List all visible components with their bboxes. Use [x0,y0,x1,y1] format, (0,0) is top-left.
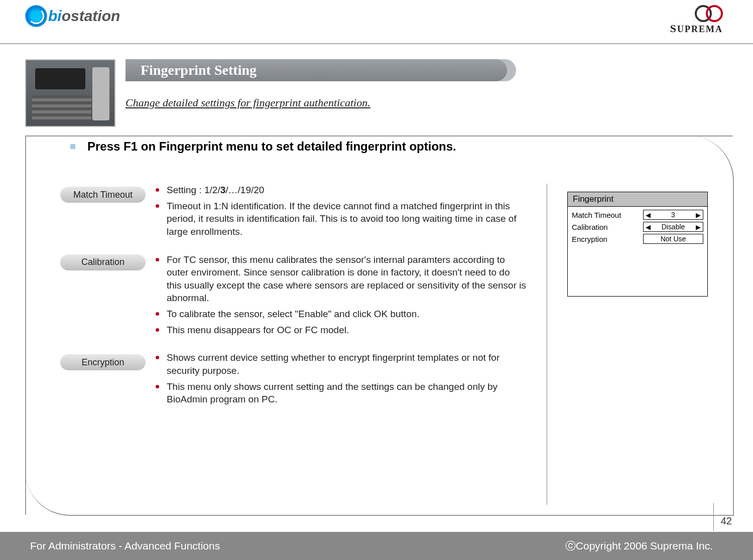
suprema-text: SUPREMA [670,22,723,35]
triangle-right-icon[interactable]: ▶ [696,212,701,218]
encryption-b2: This menu only shows current setting and… [156,380,527,406]
lcd-label: Encryption [572,235,607,243]
match-timeout-setting: Setting : 1/2/3/…/19/20 [156,184,527,197]
lcd-row-match-timeout: Match Timeout ◀ 3 ▶ [572,210,703,220]
lcd-column: Fingerprint Match Timeout ◀ 3 ▶ Calibrat… [567,184,718,297]
calibration-b2: To calibrate the sensor, select "Enable"… [156,308,527,321]
logo-suprema: SUPREMA [670,5,723,35]
footer-left: For Administrators - Advanced Functions [30,540,220,552]
lcd-row-calibration: Calibration ◀ Disable ▶ [572,222,703,232]
square-bullet-icon [70,144,75,149]
title-pill: Fingerprint Setting [126,59,507,81]
page-number: 42 [721,515,732,527]
lcd-title: Fingerprint [568,192,707,207]
heading-text: Press F1 on Fingerprint menu to set deta… [87,139,456,154]
item-match-timeout: Match Timeout Setting : 1/2/3/…/19/20 Ti… [60,184,527,241]
item-encryption: Encryption Shows current device setting … [60,351,527,409]
logo-biostation: biostation [25,5,120,27]
lcd-value-encryption: Not Use [643,234,703,244]
lcd-select-match-timeout[interactable]: ◀ 3 ▶ [643,210,703,220]
page-footer: For Administrators - Advanced Functions … [0,532,753,560]
logo-text-bi: bi [48,8,62,24]
page-header: biostation SUPREMA [0,0,753,44]
lcd-row-encryption: Encryption Not Use [572,234,703,244]
pill-match-timeout: Match Timeout [60,187,146,203]
fingerprint-swirl-icon [25,5,47,27]
encryption-b1: Shows current device setting whether to … [156,351,527,377]
body-column: Match Timeout Setting : 1/2/3/…/19/20 Ti… [60,184,527,421]
device-thumbnail [25,59,115,127]
lcd-mockup: Fingerprint Match Timeout ◀ 3 ▶ Calibrat… [567,192,708,297]
page-title: Fingerprint Setting [141,62,257,78]
device-reader-icon [92,67,109,120]
triangle-left-icon[interactable]: ◀ [646,212,651,218]
lcd-label: Calibration [572,223,608,231]
triangle-right-icon[interactable]: ▶ [696,224,701,230]
vertical-divider [547,184,547,505]
pill-calibration: Calibration [60,254,146,270]
match-timeout-desc: Timeout in 1:N identification. If the de… [156,200,527,238]
pill-encryption: Encryption [60,354,146,370]
page-subtitle: Change detailed settings for fingerprint… [126,96,733,109]
main-panel: Press F1 on Fingerprint menu to set deta… [25,135,734,516]
logo-text-ostation: ostation [62,8,120,24]
section-heading: Press F1 on Fingerprint menu to set deta… [70,139,718,154]
calibration-b1: For TC sensor, this menu calibrates the … [156,253,527,305]
item-calibration: Calibration For TC sensor, this menu cal… [60,253,527,340]
footer-right: ⓒCopyright 2006 Suprema Inc. [565,539,713,553]
title-row: Fingerprint Setting Change detailed sett… [25,59,733,127]
lcd-label: Match Timeout [572,211,621,219]
triangle-left-icon[interactable]: ◀ [646,224,651,230]
calibration-b3: This menu disappears for OC or FC model. [156,324,527,337]
lcd-select-calibration[interactable]: ◀ Disable ▶ [643,222,703,232]
infinity-icon [695,5,723,20]
